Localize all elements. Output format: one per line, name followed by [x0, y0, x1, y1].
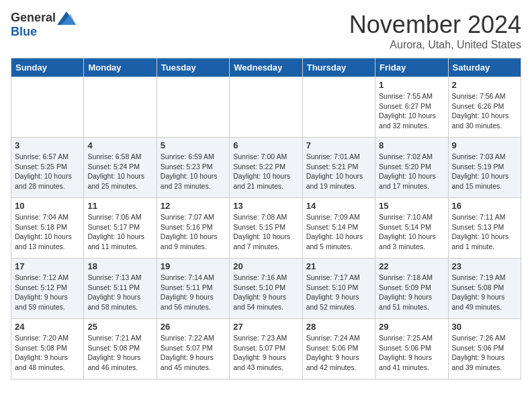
- calendar-cell: [157, 77, 229, 138]
- day-number: 10: [15, 201, 80, 211]
- day-info: Sunrise: 6:58 AM Sunset: 5:24 PM Dayligh…: [87, 152, 152, 191]
- calendar-cell: 19Sunrise: 7:14 AM Sunset: 5:11 PM Dayli…: [157, 259, 229, 319]
- calendar-cell: 7Sunrise: 7:01 AM Sunset: 5:21 PM Daylig…: [302, 138, 375, 198]
- calendar-cell: 24Sunrise: 7:20 AM Sunset: 5:08 PM Dayli…: [11, 319, 84, 379]
- calendar-cell: 8Sunrise: 7:02 AM Sunset: 5:20 PM Daylig…: [375, 138, 448, 198]
- day-number: 5: [161, 140, 226, 150]
- day-info: Sunrise: 7:02 AM Sunset: 5:20 PM Dayligh…: [379, 152, 444, 191]
- weekday-header-monday: Monday: [84, 58, 157, 77]
- weekday-header-tuesday: Tuesday: [157, 58, 229, 77]
- day-number: 17: [15, 261, 80, 271]
- calendar-cell: 5Sunrise: 6:59 AM Sunset: 5:23 PM Daylig…: [157, 138, 229, 198]
- calendar-cell: 18Sunrise: 7:13 AM Sunset: 5:11 PM Dayli…: [84, 259, 157, 319]
- weekday-header-friday: Friday: [375, 58, 448, 77]
- weekday-header-saturday: Saturday: [448, 58, 521, 77]
- day-info: Sunrise: 7:16 AM Sunset: 5:10 PM Dayligh…: [233, 273, 298, 312]
- calendar-cell: 4Sunrise: 6:58 AM Sunset: 5:24 PM Daylig…: [84, 138, 157, 198]
- day-info: Sunrise: 7:26 AM Sunset: 5:06 PM Dayligh…: [452, 333, 517, 373]
- day-info: Sunrise: 7:25 AM Sunset: 5:06 PM Dayligh…: [379, 333, 444, 373]
- calendar-cell: [84, 77, 157, 138]
- weekday-header-row: SundayMondayTuesdayWednesdayThursdayFrid…: [11, 58, 521, 77]
- calendar-week-row: 10Sunrise: 7:04 AM Sunset: 5:18 PM Dayli…: [11, 198, 521, 259]
- day-info: Sunrise: 7:06 AM Sunset: 5:17 PM Dayligh…: [87, 212, 152, 252]
- day-number: 21: [306, 261, 371, 271]
- calendar-cell: [230, 77, 302, 138]
- title-section: November 2024 Aurora, Utah, United State…: [349, 11, 521, 51]
- logo-blue-text: Blue: [11, 25, 37, 39]
- page-header: General Blue November 2024 Aurora, Utah,…: [11, 11, 521, 51]
- day-number: 26: [161, 322, 226, 332]
- calendar-cell: 16Sunrise: 7:11 AM Sunset: 5:13 PM Dayli…: [448, 198, 521, 259]
- calendar-cell: 25Sunrise: 7:21 AM Sunset: 5:08 PM Dayli…: [84, 319, 157, 379]
- day-number: 29: [379, 322, 444, 332]
- day-number: 23: [452, 261, 517, 271]
- calendar-cell: [11, 77, 84, 138]
- day-info: Sunrise: 7:19 AM Sunset: 5:08 PM Dayligh…: [452, 273, 517, 312]
- calendar-cell: 27Sunrise: 7:23 AM Sunset: 5:07 PM Dayli…: [230, 319, 302, 379]
- day-info: Sunrise: 7:20 AM Sunset: 5:08 PM Dayligh…: [15, 333, 80, 373]
- calendar-cell: 23Sunrise: 7:19 AM Sunset: 5:08 PM Dayli…: [448, 259, 521, 319]
- calendar-cell: 29Sunrise: 7:25 AM Sunset: 5:06 PM Dayli…: [375, 319, 448, 379]
- day-number: 20: [233, 261, 298, 271]
- calendar-table: SundayMondayTuesdayWednesdayThursdayFrid…: [11, 58, 521, 379]
- calendar-cell: 2Sunrise: 7:56 AM Sunset: 6:26 PM Daylig…: [448, 77, 521, 138]
- calendar-cell: 15Sunrise: 7:10 AM Sunset: 5:14 PM Dayli…: [375, 198, 448, 259]
- calendar-cell: 9Sunrise: 7:03 AM Sunset: 5:19 PM Daylig…: [448, 138, 521, 198]
- calendar-cell: 12Sunrise: 7:07 AM Sunset: 5:16 PM Dayli…: [157, 198, 229, 259]
- day-info: Sunrise: 7:00 AM Sunset: 5:22 PM Dayligh…: [233, 152, 298, 191]
- day-info: Sunrise: 7:21 AM Sunset: 5:08 PM Dayligh…: [87, 333, 152, 373]
- calendar-cell: 13Sunrise: 7:08 AM Sunset: 5:15 PM Dayli…: [230, 198, 302, 259]
- day-number: 15: [379, 201, 444, 211]
- day-info: Sunrise: 7:14 AM Sunset: 5:11 PM Dayligh…: [161, 273, 226, 312]
- day-info: Sunrise: 7:08 AM Sunset: 5:15 PM Dayligh…: [233, 212, 298, 252]
- logo-icon: [57, 11, 76, 25]
- day-info: Sunrise: 7:07 AM Sunset: 5:16 PM Dayligh…: [161, 212, 226, 252]
- day-number: 28: [306, 322, 371, 332]
- day-number: 18: [87, 261, 152, 271]
- day-info: Sunrise: 7:04 AM Sunset: 5:18 PM Dayligh…: [15, 212, 80, 252]
- day-info: Sunrise: 7:17 AM Sunset: 5:10 PM Dayligh…: [306, 273, 371, 312]
- calendar-cell: 20Sunrise: 7:16 AM Sunset: 5:10 PM Dayli…: [230, 259, 302, 319]
- day-info: Sunrise: 7:12 AM Sunset: 5:12 PM Dayligh…: [15, 273, 80, 312]
- day-number: 19: [161, 261, 226, 271]
- calendar-cell: 11Sunrise: 7:06 AM Sunset: 5:17 PM Dayli…: [84, 198, 157, 259]
- calendar-cell: 1Sunrise: 7:55 AM Sunset: 6:27 PM Daylig…: [375, 77, 448, 138]
- location-title: Aurora, Utah, United States: [349, 39, 521, 51]
- day-number: 30: [452, 322, 517, 332]
- calendar-week-row: 17Sunrise: 7:12 AM Sunset: 5:12 PM Dayli…: [11, 259, 521, 319]
- day-info: Sunrise: 7:22 AM Sunset: 5:07 PM Dayligh…: [161, 333, 226, 373]
- day-info: Sunrise: 7:18 AM Sunset: 5:09 PM Dayligh…: [379, 273, 444, 312]
- calendar-cell: 14Sunrise: 7:09 AM Sunset: 5:14 PM Dayli…: [302, 198, 375, 259]
- calendar-week-row: 3Sunrise: 6:57 AM Sunset: 5:25 PM Daylig…: [11, 138, 521, 198]
- calendar-cell: 10Sunrise: 7:04 AM Sunset: 5:18 PM Dayli…: [11, 198, 84, 259]
- day-info: Sunrise: 7:24 AM Sunset: 5:06 PM Dayligh…: [306, 333, 371, 373]
- day-number: 12: [161, 201, 226, 211]
- day-number: 7: [306, 140, 371, 150]
- calendar-cell: 21Sunrise: 7:17 AM Sunset: 5:10 PM Dayli…: [302, 259, 375, 319]
- day-info: Sunrise: 6:57 AM Sunset: 5:25 PM Dayligh…: [15, 152, 80, 191]
- day-info: Sunrise: 7:55 AM Sunset: 6:27 PM Dayligh…: [379, 91, 444, 131]
- day-number: 27: [233, 322, 298, 332]
- day-number: 13: [233, 201, 298, 211]
- day-number: 6: [233, 140, 298, 150]
- day-number: 24: [15, 322, 80, 332]
- day-number: 2: [452, 80, 517, 90]
- month-title: November 2024: [349, 11, 521, 39]
- day-number: 22: [379, 261, 444, 271]
- calendar-cell: [302, 77, 375, 138]
- day-info: Sunrise: 6:59 AM Sunset: 5:23 PM Dayligh…: [161, 152, 226, 191]
- calendar-week-row: 1Sunrise: 7:55 AM Sunset: 6:27 PM Daylig…: [11, 77, 521, 138]
- calendar-week-row: 24Sunrise: 7:20 AM Sunset: 5:08 PM Dayli…: [11, 319, 521, 379]
- day-number: 8: [379, 140, 444, 150]
- day-number: 3: [15, 140, 80, 150]
- day-number: 4: [87, 140, 152, 150]
- day-info: Sunrise: 7:10 AM Sunset: 5:14 PM Dayligh…: [379, 212, 444, 252]
- day-info: Sunrise: 7:01 AM Sunset: 5:21 PM Dayligh…: [306, 152, 371, 191]
- day-number: 16: [452, 201, 517, 211]
- calendar-cell: 3Sunrise: 6:57 AM Sunset: 5:25 PM Daylig…: [11, 138, 84, 198]
- calendar-cell: 30Sunrise: 7:26 AM Sunset: 5:06 PM Dayli…: [448, 319, 521, 379]
- weekday-header-wednesday: Wednesday: [230, 58, 302, 77]
- logo-general-text: General: [11, 11, 56, 25]
- day-info: Sunrise: 7:09 AM Sunset: 5:14 PM Dayligh…: [306, 212, 371, 252]
- day-number: 11: [87, 201, 152, 211]
